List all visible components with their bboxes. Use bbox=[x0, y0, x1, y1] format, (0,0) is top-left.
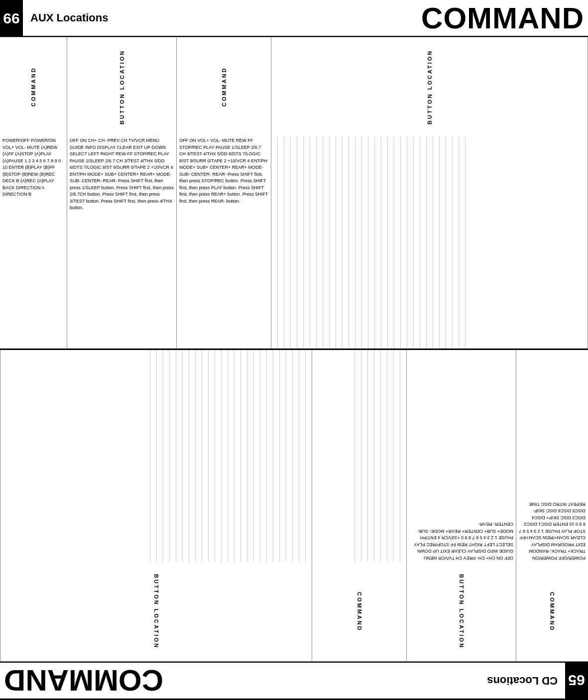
stripe-remainder bbox=[466, 136, 588, 349]
cd-r-stripe-15 bbox=[215, 350, 221, 562]
cd-r-stripe-11 bbox=[240, 350, 247, 562]
cd-button-loc-right-header: BUTTON LOCATION bbox=[0, 562, 312, 662]
stripe-21 bbox=[401, 136, 407, 349]
cd-r-stripe-10 bbox=[247, 350, 253, 562]
aux-body: COMMAND POWER/OFF POWER/ON VOL+ VOL- MUT… bbox=[0, 37, 588, 349]
aux-command-col-header: COMMAND bbox=[0, 37, 67, 136]
aux-header: 66 AUX Locations COMMAND bbox=[0, 0, 588, 37]
cd-stripe-6 bbox=[367, 350, 374, 562]
aux-button-loc-right-stripes bbox=[271, 136, 588, 349]
stripe-25 bbox=[427, 136, 433, 349]
stripe-29 bbox=[453, 136, 459, 349]
stripe-9 bbox=[323, 136, 330, 349]
stripe-24 bbox=[420, 136, 427, 349]
cd-stripe-1 bbox=[400, 350, 406, 562]
cd-r-stripe-1 bbox=[305, 350, 312, 562]
cd-command2-col: COMMAND bbox=[312, 350, 406, 662]
aux-button-loc-left-header: BUTTON LOCATION bbox=[67, 37, 176, 136]
cd-r-stripe-12 bbox=[234, 350, 240, 562]
aux-button-loc-left-data: OFF ON CH+ CH- PREV CH TV/VCR MENU GUIDE… bbox=[67, 136, 176, 349]
stripe-13 bbox=[349, 136, 355, 349]
stripe-19 bbox=[388, 136, 394, 349]
aux-button-loc-right-header: BUTTON LOCATION bbox=[271, 37, 588, 136]
stripe-22 bbox=[407, 136, 414, 349]
cd-r-stripe-20 bbox=[182, 350, 189, 562]
stripe-30 bbox=[459, 136, 466, 349]
cd-page: 65 CD Locations COMMAND COMMAND POWER/OF… bbox=[0, 350, 588, 700]
cd-r-stripe-rem bbox=[0, 350, 150, 562]
cd-command2-col-header: COMMAND bbox=[312, 562, 406, 662]
aux-title: AUX Locations bbox=[30, 11, 108, 24]
aux-page: 66 AUX Locations COMMAND COMMAND POWER/O… bbox=[0, 0, 588, 350]
stripe-2 bbox=[278, 136, 284, 349]
cd-button-loc-right-stripes bbox=[0, 350, 312, 562]
stripe-16 bbox=[368, 136, 375, 349]
stripe-18 bbox=[381, 136, 388, 349]
aux-command-col: COMMAND POWER/OFF POWER/ON VOL+ VOL- MUT… bbox=[0, 37, 67, 349]
cd-r-stripe-21 bbox=[176, 350, 182, 562]
aux-command2-col-data: OFF ON VOL+ VOL- MUTE REW FF STOP/REC PL… bbox=[177, 136, 271, 349]
cd-r-stripe-19 bbox=[189, 350, 195, 562]
cd-button-loc-header: BUTTON LOCATION bbox=[407, 562, 516, 662]
cd-stripe-7 bbox=[361, 350, 367, 562]
stripe-14 bbox=[355, 136, 362, 349]
stripe-7 bbox=[310, 136, 317, 349]
two-pages: 66 AUX Locations COMMAND COMMAND POWER/O… bbox=[0, 0, 588, 700]
cd-command-word: COMMAND bbox=[0, 664, 163, 698]
stripe-10 bbox=[330, 136, 336, 349]
cd-r-stripe-13 bbox=[228, 350, 234, 562]
cd-stripe-rem bbox=[312, 350, 354, 562]
aux-command2-col-header: COMMAND bbox=[177, 37, 271, 136]
cd-r-stripe-4 bbox=[286, 350, 292, 562]
stripe-4 bbox=[291, 136, 297, 349]
cd-button-loc-data: OFF ON CH+ CH- PREV CH TV/VCR MENU GUIDE… bbox=[407, 350, 516, 562]
stripe-1 bbox=[271, 136, 278, 349]
cd-r-stripe-6 bbox=[273, 350, 279, 562]
cd-r-stripe-2 bbox=[299, 350, 305, 562]
aux-button-loc-right-col: BUTTON LOCATION bbox=[271, 37, 588, 349]
stripe-20 bbox=[394, 136, 401, 349]
cd-title: CD Locations bbox=[487, 674, 558, 687]
cd-stripe-8 bbox=[354, 350, 361, 562]
cd-header: 65 CD Locations COMMAND bbox=[0, 662, 588, 699]
stripe-8 bbox=[317, 136, 323, 349]
cd-r-stripe-25 bbox=[150, 350, 156, 562]
cd-r-stripe-3 bbox=[292, 350, 299, 562]
cd-r-stripe-9 bbox=[253, 350, 260, 562]
aux-page-number: 66 bbox=[0, 0, 23, 37]
aux-command-col-data: POWER/OFF POWER/ON VOL+ VOL- MUTE (A)REW… bbox=[0, 136, 67, 349]
cd-r-stripe-24 bbox=[156, 350, 163, 562]
aux-command-word: COMMAND bbox=[421, 1, 588, 35]
cd-r-stripe-22 bbox=[169, 350, 176, 562]
stripe-28 bbox=[446, 136, 453, 349]
stripe-27 bbox=[440, 136, 446, 349]
cd-stripe-5 bbox=[374, 350, 380, 562]
cd-header-center: CD Locations COMMAND bbox=[0, 663, 565, 699]
cd-r-stripe-23 bbox=[163, 350, 169, 562]
cd-command-col-header: COMMAND bbox=[516, 562, 588, 662]
cd-command-col-data: POWER/OFF POWER/ON TRACK+ TRACK- RANDOM … bbox=[516, 350, 588, 562]
cd-stripe-4 bbox=[380, 350, 387, 562]
cd-r-stripe-14 bbox=[221, 350, 228, 562]
aux-command2-col: COMMAND OFF ON VOL+ VOL- MUTE REW FF STO… bbox=[177, 37, 271, 349]
cd-stripe-3 bbox=[387, 350, 393, 562]
aux-button-loc-left-col: BUTTON LOCATION OFF ON CH+ CH- PREV CH T… bbox=[67, 37, 177, 349]
cd-button-loc-right-col: BUTTON LOCATION bbox=[0, 350, 312, 662]
stripe-3 bbox=[284, 136, 291, 349]
stripe-5 bbox=[297, 136, 304, 349]
cd-r-stripe-7 bbox=[266, 350, 273, 562]
cd-button-loc-col: BUTTON LOCATION OFF ON CH+ CH- PREV CH T… bbox=[406, 350, 516, 662]
stripe-26 bbox=[433, 136, 440, 349]
cd-r-stripe-5 bbox=[279, 350, 286, 562]
stripe-23 bbox=[414, 136, 420, 349]
cd-command-col: COMMAND POWER/OFF POWER/ON TRACK+ TRACK-… bbox=[516, 350, 588, 662]
cd-body: COMMAND POWER/OFF POWER/ON TRACK+ TRACK-… bbox=[0, 350, 588, 662]
stripe-17 bbox=[375, 136, 381, 349]
stripe-11 bbox=[336, 136, 343, 349]
cd-command2-stripes bbox=[312, 350, 406, 562]
cd-r-stripe-8 bbox=[260, 350, 266, 562]
aux-header-center: AUX Locations COMMAND bbox=[23, 0, 588, 36]
cd-page-number: 65 bbox=[565, 662, 588, 699]
cd-stripe-2 bbox=[393, 350, 400, 562]
cd-r-stripe-16 bbox=[208, 350, 215, 562]
